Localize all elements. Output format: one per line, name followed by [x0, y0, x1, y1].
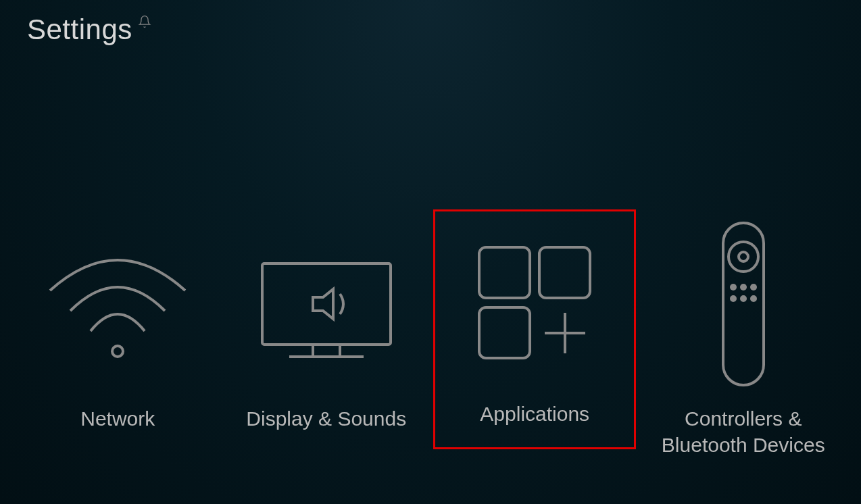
svg-point-0: [112, 346, 123, 357]
tile-label-applications: Applications: [480, 401, 589, 427]
header: Settings: [27, 14, 151, 46]
svg-point-16: [730, 295, 737, 302]
svg-point-11: [729, 242, 758, 272]
tile-network[interactable]: Network: [16, 216, 219, 432]
page-title: Settings: [27, 14, 132, 46]
tile-applications[interactable]: Applications: [433, 209, 636, 449]
svg-rect-6: [539, 247, 590, 298]
svg-rect-10: [723, 223, 764, 385]
svg-point-12: [739, 252, 748, 261]
tv-speaker-icon: [225, 216, 428, 392]
tile-display-sounds[interactable]: Display & Sounds: [225, 216, 428, 432]
tile-label-network: Network: [80, 405, 155, 432]
tile-controllers-bluetooth[interactable]: Controllers & Bluetooth Devices: [642, 216, 845, 458]
tile-label-controllers-bluetooth: Controllers & Bluetooth Devices: [642, 405, 845, 458]
settings-tiles: Network Display & Sounds Ap: [0, 216, 861, 458]
tile-label-display-sounds: Display & Sounds: [246, 405, 406, 432]
svg-rect-7: [479, 307, 530, 358]
notification-bell-icon[interactable]: [138, 15, 151, 31]
svg-point-15: [750, 284, 757, 291]
svg-point-13: [730, 284, 737, 291]
svg-rect-1: [262, 263, 391, 345]
svg-rect-5: [479, 247, 530, 298]
svg-point-17: [740, 295, 747, 302]
apps-grid-icon: [449, 218, 620, 387]
remote-icon: [642, 216, 845, 392]
svg-point-18: [750, 295, 757, 302]
wifi-icon: [16, 216, 219, 392]
svg-point-14: [740, 284, 747, 291]
